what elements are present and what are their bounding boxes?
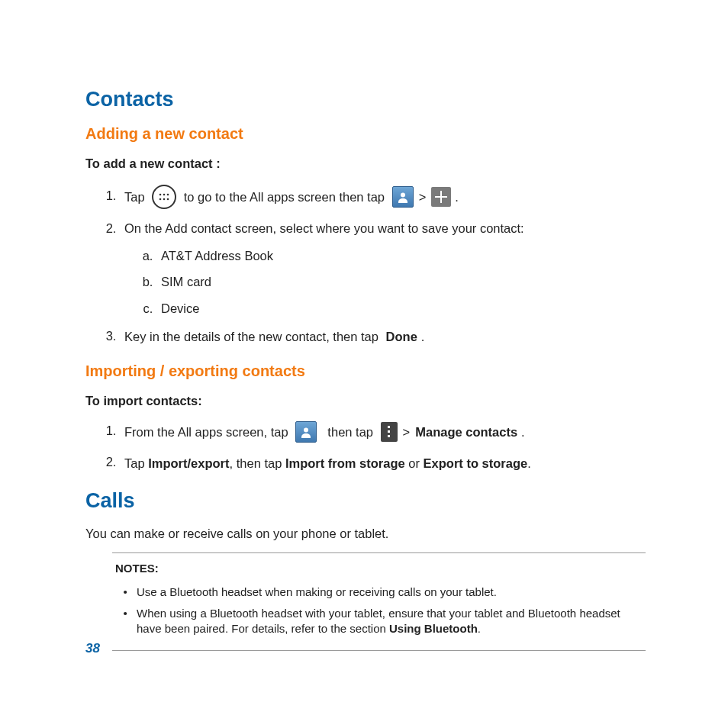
step3-text-b: . bbox=[421, 328, 425, 345]
overflow-menu-icon bbox=[381, 422, 398, 442]
step3-text-a: Key in the details of the new contact, t… bbox=[124, 328, 382, 345]
imp2-b1: Import/export bbox=[148, 456, 229, 469]
steps-import-contacts: From the All apps screen, tap then tap >… bbox=[85, 421, 646, 472]
step2-text: On the Add contact screen, select where … bbox=[124, 221, 524, 235]
svg-point-1 bbox=[163, 193, 166, 195]
manual-page: Contacts Adding a new contact To add a n… bbox=[0, 0, 728, 651]
imp1-text-c: . bbox=[521, 424, 525, 440]
step1-text-c: . bbox=[455, 188, 459, 205]
option-att: AT&T Address Book bbox=[156, 247, 646, 264]
imp1-text-a: From the All apps screen, tap bbox=[124, 424, 292, 440]
imp1-manage: Manage contacts bbox=[415, 424, 517, 440]
note2-b: . bbox=[478, 622, 481, 635]
option-device: Device bbox=[156, 300, 646, 317]
breadcrumb-separator: > bbox=[401, 424, 412, 440]
import-step-1: From the All apps screen, tap then tap >… bbox=[120, 421, 646, 443]
calls-body: You can make or receive calls on your ph… bbox=[85, 525, 646, 542]
svg-point-2 bbox=[167, 193, 169, 195]
svg-point-7 bbox=[304, 427, 308, 432]
steps-add-contact: Tap to go to the All apps screen then ta… bbox=[85, 185, 646, 346]
step1-text-a: Tap bbox=[124, 188, 148, 205]
svg-point-3 bbox=[159, 198, 162, 200]
svg-point-0 bbox=[159, 193, 162, 195]
imp2-a: Tap bbox=[124, 456, 148, 469]
section-title-contacts: Contacts bbox=[85, 85, 646, 113]
notes-label: NOTES: bbox=[115, 561, 643, 576]
svg-point-5 bbox=[167, 198, 169, 200]
import-step-2: Tap Import/export, then tap Import from … bbox=[120, 453, 646, 472]
note2-bold: Using Bluetooth bbox=[389, 622, 478, 635]
svg-point-6 bbox=[401, 192, 405, 197]
step2-options: AT&T Address Book SIM card Device bbox=[124, 247, 646, 317]
step-3: Key in the details of the new contact, t… bbox=[120, 327, 646, 346]
page-number: 38 bbox=[85, 641, 100, 656]
notes-list: Use a Bluetooth headset when making or r… bbox=[115, 585, 643, 637]
step3-done: Done bbox=[386, 328, 417, 345]
note-2: When using a Bluetooth headset with your… bbox=[134, 606, 643, 637]
subsection-title-importing: Importing / exporting contacts bbox=[85, 361, 646, 382]
imp2-d: . bbox=[527, 456, 531, 469]
step-2: On the Add contact screen, select where … bbox=[120, 220, 646, 317]
contacts-app-icon bbox=[295, 421, 317, 443]
lead-import-contacts: To import contacts: bbox=[85, 392, 646, 409]
step1-text-b: to go to the All apps screen then tap bbox=[180, 188, 388, 205]
all-apps-icon bbox=[152, 185, 176, 209]
note-1: Use a Bluetooth headset when making or r… bbox=[134, 585, 643, 600]
contacts-app-icon bbox=[392, 186, 414, 208]
step-1: Tap to go to the All apps screen then ta… bbox=[120, 185, 646, 209]
notes-box: NOTES: Use a Bluetooth headset when maki… bbox=[112, 552, 646, 651]
option-sim: SIM card bbox=[156, 273, 646, 290]
svg-point-4 bbox=[163, 198, 166, 200]
imp2-b: , then tap bbox=[230, 456, 285, 469]
imp1-text-b: then tap bbox=[321, 424, 376, 440]
subsection-title-adding: Adding a new contact bbox=[85, 124, 646, 144]
imp2-b2: Import from storage bbox=[285, 456, 405, 469]
section-title-calls: Calls bbox=[85, 487, 646, 514]
imp2-b3: Export to storage bbox=[424, 456, 528, 469]
add-icon bbox=[431, 187, 451, 207]
lead-add-contact: To add a new contact : bbox=[85, 155, 646, 172]
imp2-c: or bbox=[405, 456, 424, 469]
breadcrumb-separator: > bbox=[417, 188, 428, 205]
note2-a: When using a Bluetooth headset with your… bbox=[137, 607, 620, 635]
